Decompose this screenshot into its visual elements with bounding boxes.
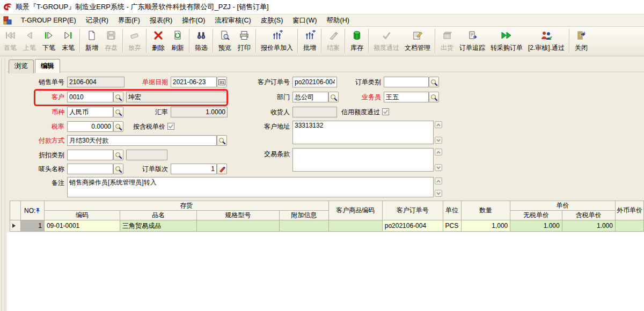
quote-add-icon [271,29,283,41]
address-scroll-up-button[interactable] [435,121,442,128]
delete-button[interactable]: 删除 [149,28,168,54]
row-name-cell[interactable]: 三角贸易成品 [120,220,197,232]
toolbar-separator [213,29,214,53]
department-lookup-button[interactable] [328,92,339,102]
row-extra-cell[interactable] [279,220,328,232]
chevron-down-icon [436,166,441,169]
tab-edit[interactable]: 编辑 [35,59,60,73]
order-track-button[interactable]: 订单追踪 [457,28,488,54]
remark-scroll-up-button[interactable] [435,177,442,184]
doc-date-input[interactable] [171,77,217,87]
close-case-icon [328,29,339,41]
trade-terms-label: 交易条款 [241,149,290,159]
row-no-cell[interactable]: 1 [20,220,44,232]
exit-icon [576,29,587,41]
order-type-input[interactable] [384,77,429,87]
order-version-input[interactable] [171,164,217,174]
grid-code-header: 编码 [44,211,120,220]
calendar-button[interactable]: 31 [217,77,227,87]
toolbar-separator [368,29,369,53]
refresh-button[interactable]: 刷新 [168,28,187,54]
row-cust-item-cell[interactable] [328,220,382,232]
customer-address-textarea[interactable]: 33313132 [292,121,434,144]
payment-lookup-button[interactable] [217,135,227,146]
mark-name-label: 唛头名称 [16,164,64,174]
remark-scroll-down-button[interactable] [435,190,442,197]
mark-name-input[interactable] [67,164,113,174]
consignee-field [292,107,337,117]
customer-po-input[interactable] [292,77,337,87]
check-icon [383,109,389,115]
menu-skin[interactable]: 皮肤(S) [256,14,288,27]
menu-record[interactable]: 记录(R) [81,14,113,27]
row-price-inc-cell[interactable]: 1.000 [562,220,615,232]
grid-indicator-header [10,201,21,220]
refresh-icon [172,29,183,41]
ship-button: 出货 [437,28,457,54]
approve-pass-button[interactable]: [2.审核].通过 [525,28,567,54]
chevron-down-icon [436,139,441,142]
app-logo-icon [2,2,13,12]
batch-add-icon [304,29,316,41]
department-label: 部门 [241,92,290,102]
tab-strip: 浏览 编辑 [9,60,61,73]
department-input[interactable] [292,92,328,102]
inventory-button[interactable]: 库存 [347,28,367,54]
payment-input[interactable] [67,135,217,146]
address-scroll-down-button[interactable] [435,137,442,144]
menu-window[interactable]: 窗口(W) [288,14,321,27]
tax-rate-input[interactable] [67,121,113,132]
row-unit-cell[interactable]: PCS [443,220,461,232]
currency-lookup-button[interactable] [113,107,123,117]
discount-type-input[interactable] [67,150,113,160]
menu-workflow-audit[interactable]: 流程审核(C) [210,14,255,27]
trade-terms-textarea[interactable] [292,148,434,172]
doc-manage-button[interactable]: 文档管理 [402,28,433,54]
ship-icon [442,29,452,41]
window-title: 顺景『T-GROUP』制造业ERP系统 - 广东顺景软件科技有限公司_PZJ -… [16,2,269,12]
batch-add-button[interactable]: 批增 [300,28,319,54]
salesman-input[interactable] [384,92,429,102]
quote-add-button[interactable]: 报价单加入 [258,28,296,54]
preview-button[interactable]: 预览 [215,28,235,54]
next-record-button[interactable]: 下笔 [39,28,58,54]
filter-button[interactable]: 筛选 [192,28,211,54]
version-edit-button[interactable] [217,164,227,174]
grid-row: 1 09-01-0001 三角贸易成品 po202106-004 PCS 1,0… [10,220,644,232]
terms-scroll-up-button[interactable] [435,149,442,156]
row-cust-po-cell[interactable]: po202106-004 [382,220,443,232]
print-button[interactable]: 打印 [235,28,254,54]
salesman-lookup-button[interactable] [429,92,439,102]
row-qty-cell[interactable]: 1,000 [461,220,510,232]
credit-pass-label: 信用额度通过 [337,107,380,117]
order-type-lookup-button[interactable] [429,77,439,87]
row-clipped-cell[interactable] [615,220,643,232]
menu-report[interactable]: 报表(R) [145,14,177,27]
discount-lookup-button[interactable] [113,150,123,160]
mark-lookup-button[interactable] [113,164,123,174]
last-record-button[interactable]: 末笔 [58,28,78,54]
magnifier-icon [114,165,122,173]
currency-input[interactable] [67,107,113,117]
row-spec-cell[interactable] [197,220,280,232]
first-record-button: 首笔 [1,28,20,54]
customer-code-input[interactable] [67,92,113,102]
new-button[interactable]: 新增 [82,28,101,54]
menu-interface[interactable]: 界面(F) [113,14,145,27]
menu-help[interactable]: 帮助(H) [321,14,354,27]
customer-lookup-button[interactable] [113,92,123,102]
grid-unit-header: 单位 [443,201,461,220]
exit-button[interactable]: 关闭 [572,28,591,54]
to-purchase-order-button[interactable]: 转采购订单 [488,28,525,54]
menu-tgroup-erp[interactable]: T-GROUP ERP(E) [16,15,81,26]
remark-textarea[interactable]: 销售商操作员[系统管理员]转入 [67,177,434,197]
terms-scroll-down-button[interactable] [435,164,442,171]
magnifier-icon [430,93,438,101]
row-price-ex-cell[interactable]: 1.000 [510,220,562,232]
row-indicator-cell[interactable] [10,220,21,232]
menu-operation[interactable]: 操作(O) [177,14,210,27]
row-code-cell[interactable]: 09-01-0001 [44,220,120,232]
tab-browse[interactable]: 浏览 [9,60,34,73]
toolbar: 首笔 上笔 下笔 末笔 新增 存盘 放弃 删除 刷新 筛选 预览 [0,27,644,56]
next-record-icon [43,29,54,41]
